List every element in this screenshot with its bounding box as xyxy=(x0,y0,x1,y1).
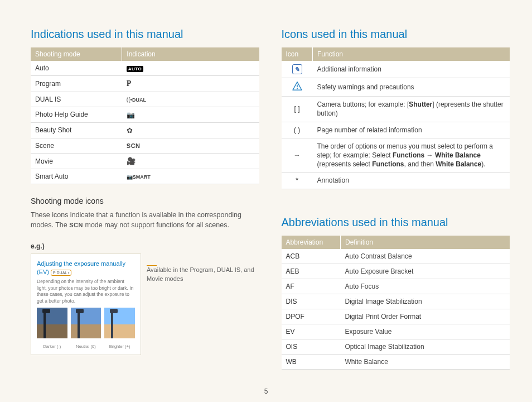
abbr-cell: DIS xyxy=(282,294,341,309)
abbr-cell: AF xyxy=(282,279,341,294)
scn-icon: SCN xyxy=(127,142,141,149)
icon-row: ( )Page number of related information xyxy=(282,122,510,138)
th-abbr: Abbreviation xyxy=(282,236,341,249)
icon-cell: ( ) xyxy=(282,122,313,138)
example-thumbs: Darker (-) Neutral (0) Brighter (+) xyxy=(37,308,135,350)
icon-cell: * xyxy=(282,173,313,189)
def-cell: Auto Exposure Bracket xyxy=(341,264,510,279)
dual-is-icon: ((•DUAL xyxy=(127,97,146,103)
def-cell: Optical Image Stabilization xyxy=(341,339,510,354)
auto-icon: AUTO xyxy=(127,66,144,72)
mode-indication: 📷SMART xyxy=(122,169,259,184)
smart-auto-icon: 📷SMART xyxy=(127,174,151,180)
mode-name: Smart Auto xyxy=(31,169,122,184)
mode-indication: 📷 xyxy=(122,107,259,123)
icon-row: *Annotation xyxy=(282,173,510,189)
icon-row: →The order of options or menus you must … xyxy=(282,138,510,173)
icon-cell: [ ] xyxy=(282,97,313,122)
symbol-icon: [ ] xyxy=(294,105,299,113)
abbr-cell: OIS xyxy=(282,339,341,354)
abbr-cell: DPOF xyxy=(282,309,341,324)
example-desc: Depending on the intensity of the ambien… xyxy=(37,279,135,304)
icon-cell xyxy=(282,78,313,97)
icon-row: ✎Additional information xyxy=(282,61,510,78)
mode-indication: AUTO xyxy=(122,61,259,76)
thumb-neutral xyxy=(71,308,101,338)
th-mode: Shooting mode xyxy=(31,47,122,61)
th-function: Function xyxy=(313,47,510,61)
abbr-row: DPOFDigital Print Order Format xyxy=(282,309,510,324)
mode-icons-paragraph: These icons indicate that a function is … xyxy=(31,210,259,230)
icon-row: Safety warnings and precautions xyxy=(282,78,510,97)
def-cell: White Balance xyxy=(341,354,510,369)
table-abbr: AbbreviationDefinition ACBAuto Contrast … xyxy=(282,236,510,370)
table-indications: Shooting modeIndication AutoAUTOProgramP… xyxy=(31,47,259,184)
symbol-icon: → xyxy=(294,151,301,159)
mode-name: Program xyxy=(31,76,122,92)
mode-name: Scene xyxy=(31,138,122,154)
subheading-mode-icons: Shooting mode icons xyxy=(31,197,259,205)
function-cell: Page number of related information xyxy=(313,122,510,138)
example-title: Adjusting the exposure manually (EV) P D… xyxy=(37,260,135,276)
th-indication: Indication xyxy=(122,47,259,61)
mode-indication: SCN xyxy=(122,138,259,154)
warning-icon xyxy=(292,84,302,92)
mode-name: DUAL IS xyxy=(31,92,122,107)
symbol-icon: * xyxy=(296,176,298,184)
icon-cell: → xyxy=(282,138,313,173)
mode-name: Photo Help Guide xyxy=(31,107,122,123)
icon-row: [ ]Camera buttons; for example: [Shutter… xyxy=(282,97,510,122)
example-row: Adjusting the exposure manually (EV) P D… xyxy=(31,253,259,355)
function-cell: Annotation xyxy=(313,173,510,189)
abbr-row: DISDigital Image Stabilization xyxy=(282,294,510,309)
mode-indication: ((•DUAL xyxy=(122,92,259,107)
abbr-row: OISOptical Image Stabilization xyxy=(282,339,510,354)
example-caption: Available in the Program, DUAL IS, and M… xyxy=(147,253,259,284)
abbr-cell: EV xyxy=(282,324,341,339)
movie-icon: 🎥 xyxy=(127,157,136,165)
thumb-darker xyxy=(37,308,67,338)
indication-row: SceneSCN xyxy=(31,138,259,154)
right-column: Icons used in this manual IconFunction ✎… xyxy=(282,28,510,391)
function-cell: Additional information xyxy=(313,61,510,78)
mode-indication: P xyxy=(122,76,259,92)
function-cell: Safety warnings and precautions xyxy=(313,78,510,97)
mode-name: Movie xyxy=(31,154,122,169)
left-column: Indications used in this manual Shooting… xyxy=(31,28,259,391)
function-cell: The order of options or menus you must s… xyxy=(313,138,510,173)
example-box: Adjusting the exposure manually (EV) P D… xyxy=(31,253,141,355)
mode-name: Auto xyxy=(31,61,122,76)
mode-pill: P DUAL ▪ xyxy=(51,270,71,276)
beauty-shot-icon: ✿ xyxy=(127,126,133,135)
def-cell: Exposure Value xyxy=(341,324,510,339)
note-icon: ✎ xyxy=(292,64,302,74)
th-def: Definition xyxy=(341,236,510,249)
page-number: 5 xyxy=(0,387,532,395)
abbr-cell: ACB xyxy=(282,249,341,264)
icon-cell: ✎ xyxy=(282,61,313,78)
indication-row: DUAL IS((•DUAL xyxy=(31,92,259,107)
mode-name: Beauty Shot xyxy=(31,122,122,138)
indication-row: Movie🎥 xyxy=(31,154,259,169)
def-cell: Digital Image Stabilization xyxy=(341,294,510,309)
p-icon: P xyxy=(127,79,132,88)
manual-page: Indications used in this manual Shooting… xyxy=(0,0,532,402)
def-cell: Auto Contrast Balance xyxy=(341,249,510,264)
th-icon: Icon xyxy=(282,47,313,61)
help-guide-icon: 📷 xyxy=(127,111,135,119)
abbr-cell: WB xyxy=(282,354,341,369)
mode-indication: 🎥 xyxy=(122,154,259,169)
def-cell: Digital Print Order Format xyxy=(341,309,510,324)
abbr-row: AFAuto Focus xyxy=(282,279,510,294)
svg-point-1 xyxy=(297,88,298,89)
indication-row: Smart Auto📷SMART xyxy=(31,169,259,184)
function-cell: Camera buttons; for example: [Shutter] (… xyxy=(313,97,510,122)
def-cell: Auto Focus xyxy=(341,279,510,294)
heading-indications: Indications used in this manual xyxy=(31,28,259,41)
eg-label: e.g.) xyxy=(31,242,259,250)
symbol-icon: ( ) xyxy=(294,126,300,134)
indication-row: Photo Help Guide📷 xyxy=(31,107,259,123)
abbr-row: WBWhite Balance xyxy=(282,354,510,369)
abbr-row: ACBAuto Contrast Balance xyxy=(282,249,510,264)
heading-icons: Icons used in this manual xyxy=(282,28,510,41)
